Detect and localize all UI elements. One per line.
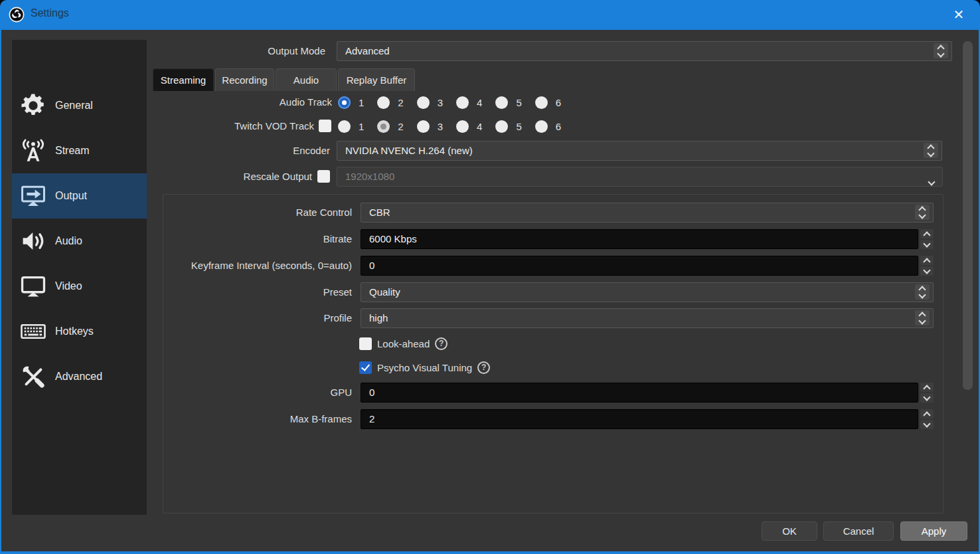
keyframe-interval-value: 0 — [369, 260, 374, 271]
sidebar-item-advanced[interactable]: Advanced — [12, 354, 147, 399]
help-icon[interactable]: ? — [435, 337, 448, 350]
combo-spinner[interactable] — [934, 43, 948, 58]
gpu-spin-buttons — [920, 383, 934, 403]
radio-label: 1 — [359, 121, 364, 132]
rescale-resolution-combobox[interactable]: 1920x1080 — [337, 167, 943, 187]
look-ahead-checkbox[interactable] — [359, 337, 372, 350]
sidebar-item-video[interactable]: Video — [12, 264, 147, 309]
display-icon — [17, 270, 49, 302]
max-bframes-label: Max B-frames — [153, 413, 352, 426]
spin-down-icon[interactable] — [920, 240, 934, 249]
title-bar: Settings ✕ — [0, 0, 980, 30]
settings-window: Settings ✕ General Stream — [0, 0, 980, 554]
sidebar-item-audio[interactable]: Audio — [12, 219, 147, 264]
combo-spinner[interactable] — [915, 310, 930, 325]
psycho-visual-tuning-row: Psycho Visual Tuning ? — [359, 361, 490, 374]
bitrate-value: 6000 Kbps — [369, 233, 417, 244]
help-icon[interactable]: ? — [477, 361, 490, 374]
spin-down-icon[interactable] — [920, 393, 934, 403]
output-tabs: Streaming Recording Audio Replay Buffer — [153, 68, 415, 91]
preset-combobox[interactable]: Quality — [361, 282, 934, 302]
encoder-combobox[interactable]: NVIDIA NVENC H.264 (new) — [337, 141, 942, 161]
dropdown-arrow-icon — [929, 173, 934, 192]
radio-track-5[interactable] — [495, 120, 508, 133]
tab-label: Replay Buffer — [347, 74, 407, 86]
radio-label: 6 — [556, 97, 561, 108]
radio-label: 3 — [438, 97, 443, 108]
radio-track-5[interactable] — [495, 96, 508, 109]
radio-label: 2 — [398, 97, 403, 108]
tab-audio[interactable]: Audio — [276, 68, 337, 91]
output-mode-value: Advanced — [345, 45, 390, 56]
tools-icon — [17, 361, 49, 393]
sidebar-item-label: Stream — [55, 145, 90, 157]
rate-control-combobox[interactable]: CBR — [361, 203, 934, 223]
rescale-resolution-value: 1920x1080 — [345, 171, 394, 182]
radio-track-6[interactable] — [535, 96, 548, 109]
radio-track-3[interactable] — [417, 120, 430, 133]
radio-track-6[interactable] — [535, 120, 548, 133]
sidebar-item-label: Output — [55, 190, 87, 202]
twitch-vod-radios: 123456 — [338, 120, 574, 133]
sidebar-item-general[interactable]: General — [12, 83, 147, 128]
rate-control-value: CBR — [369, 207, 390, 218]
tab-label: Audio — [293, 74, 319, 86]
radio-track-4[interactable] — [456, 120, 469, 133]
vertical-scrollbar[interactable] — [963, 41, 973, 390]
radio-track-2[interactable] — [377, 96, 390, 109]
apply-button[interactable]: Apply — [900, 521, 967, 541]
combo-spinner[interactable] — [915, 205, 930, 220]
gpu-value: 0 — [369, 387, 374, 398]
gpu-label: GPU — [153, 386, 352, 399]
keyboard-icon — [17, 316, 49, 347]
psycho-visual-tuning-checkbox[interactable] — [359, 361, 372, 374]
max-bframes-spin-buttons — [920, 409, 934, 429]
sidebar-item-output[interactable]: Output — [12, 173, 147, 219]
audio-track-label: Audio Track — [199, 96, 332, 109]
max-bframes-input[interactable]: 2 — [361, 409, 918, 429]
bitrate-spin-buttons — [920, 229, 934, 249]
preset-value: Quality — [369, 286, 400, 298]
look-ahead-label: Look-ahead — [377, 338, 430, 349]
radio-label: 3 — [438, 121, 443, 132]
sidebar: General Stream — [12, 40, 147, 515]
keyframe-interval-input[interactable]: 0 — [361, 256, 918, 276]
spin-up-icon[interactable] — [920, 229, 934, 238]
sidebar-item-label: Hotkeys — [55, 325, 94, 337]
spin-up-icon[interactable] — [920, 383, 934, 392]
cancel-button[interactable]: Cancel — [823, 521, 894, 541]
combo-spinner[interactable] — [924, 143, 938, 158]
sidebar-item-stream[interactable]: Stream — [12, 128, 147, 173]
close-icon[interactable]: ✕ — [945, 4, 972, 25]
twitch-vod-checkbox[interactable] — [319, 120, 331, 132]
radio-track-3[interactable] — [417, 96, 430, 109]
spin-up-icon[interactable] — [920, 256, 934, 265]
profile-label: Profile — [153, 312, 352, 325]
gear-icon — [17, 90, 49, 122]
radio-track-4[interactable] — [456, 96, 469, 109]
radio-label: 6 — [556, 121, 561, 132]
tab-recording[interactable]: Recording — [215, 68, 274, 91]
radio-track-1[interactable] — [338, 96, 351, 109]
radio-track-1[interactable] — [338, 120, 351, 133]
sidebar-item-hotkeys[interactable]: Hotkeys — [12, 309, 147, 354]
profile-combobox[interactable]: high — [361, 308, 934, 328]
rate-control-label: Rate Control — [153, 206, 352, 219]
spin-down-icon[interactable] — [920, 266, 934, 276]
sidebar-item-label: Advanced — [55, 371, 102, 383]
tab-streaming[interactable]: Streaming — [153, 68, 214, 91]
rescale-output-checkbox[interactable] — [317, 170, 330, 183]
window-title: Settings — [31, 7, 69, 19]
output-mode-combobox[interactable]: Advanced — [337, 41, 952, 61]
radio-label: 2 — [398, 121, 403, 132]
combo-spinner[interactable] — [915, 284, 930, 300]
tab-replay-buffer[interactable]: Replay Buffer — [338, 68, 415, 91]
gpu-input[interactable]: 0 — [361, 383, 918, 403]
radio-track-2[interactable] — [377, 120, 390, 133]
radio-label: 4 — [477, 121, 482, 132]
spin-up-icon[interactable] — [920, 409, 934, 418]
ok-button[interactable]: OK — [762, 521, 817, 541]
bitrate-input[interactable]: 6000 Kbps — [361, 229, 918, 249]
spin-down-icon[interactable] — [920, 420, 934, 429]
rescale-output-label: Rescale Output — [179, 170, 312, 183]
